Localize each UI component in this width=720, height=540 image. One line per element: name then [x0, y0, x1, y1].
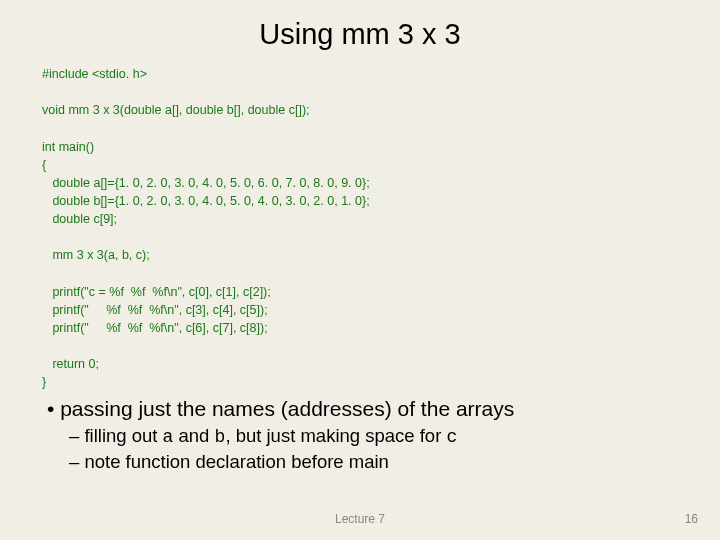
footer-page-number: 16	[685, 512, 698, 526]
slide: Using mm 3 x 3 #include <stdio. h> void …	[0, 0, 720, 540]
footer-lecture: Lecture 7	[0, 512, 720, 526]
text: filling out	[84, 425, 162, 446]
code-inline-b: b	[215, 427, 226, 447]
bullet-sub-2: note function declaration before main	[42, 450, 678, 474]
text: , but just making space for	[225, 425, 446, 446]
code-inline-c: c	[446, 427, 457, 447]
text: and	[173, 425, 214, 446]
bullet-main: passing just the names (addresses) of th…	[42, 395, 678, 422]
code-inline-a: a	[163, 427, 174, 447]
notes: passing just the names (addresses) of th…	[42, 395, 678, 474]
code-block: #include <stdio. h> void mm 3 x 3(double…	[42, 65, 678, 391]
slide-title: Using mm 3 x 3	[42, 18, 678, 51]
bullet-sub-1: filling out a and b, but just making spa…	[42, 424, 678, 449]
